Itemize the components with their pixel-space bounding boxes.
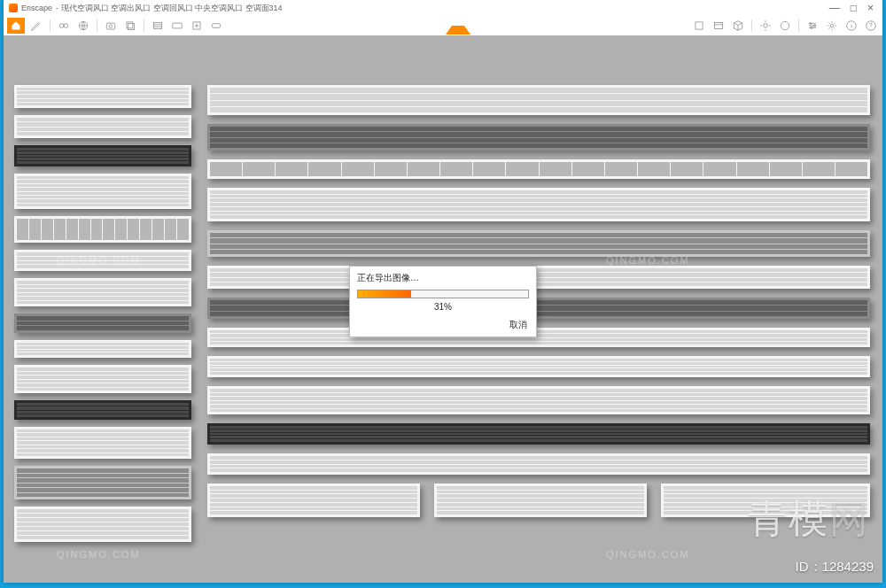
export-icon (190, 19, 203, 32)
vent-model (661, 484, 870, 517)
vent-model (14, 278, 191, 306)
help-icon (865, 19, 877, 32)
settings-button[interactable] (824, 18, 840, 34)
vent-model (14, 174, 191, 209)
dialog-title: 正在导出图像… (350, 267, 536, 288)
svg-rect-10 (212, 24, 220, 28)
vent-model (14, 466, 191, 499)
sliders-icon (806, 19, 819, 32)
vent-model (14, 115, 191, 138)
separator (50, 19, 51, 32)
viewport[interactable]: QINGMO.COM QINGMO.COM QINGMO.COM QINGMO.… (4, 35, 882, 583)
screenshot-button[interactable] (691, 18, 707, 34)
vent-model (207, 328, 870, 347)
watermark-id: ID：1284239 (796, 559, 874, 576)
vent-model (14, 400, 191, 420)
stack-icon (124, 19, 136, 32)
toolbar (4, 16, 882, 36)
orientation-marker-icon (446, 17, 470, 35)
vent-model (207, 85, 870, 115)
gear-icon (826, 19, 838, 32)
camera-icon (105, 19, 117, 32)
camera-button[interactable] (103, 18, 119, 34)
separator (751, 19, 752, 32)
screenshot-icon (693, 19, 705, 32)
vent-model (434, 484, 647, 517)
pencil-button[interactable] (28, 18, 44, 34)
vent-model (207, 423, 870, 445)
title-bar: Enscape - 现代空调风口 空调出风口 空调回风口 中央空调风口 空调面3… (4, 0, 882, 16)
vent-model (14, 250, 191, 271)
vent-model (207, 484, 420, 517)
svg-point-4 (109, 25, 113, 27)
vent-model (14, 507, 191, 542)
visual-settings-button[interactable] (804, 18, 820, 34)
separator (97, 19, 97, 32)
svg-rect-7 (153, 23, 161, 29)
globe-icon (77, 19, 89, 32)
svg-rect-12 (714, 23, 722, 29)
svg-point-18 (830, 24, 834, 27)
window-title: - 现代空调风口 空调出风口 空调回风口 中央空调风口 空调面314 (56, 3, 283, 14)
progress-bar (357, 290, 529, 298)
link-icon (58, 19, 70, 32)
views-icon (712, 19, 725, 32)
svg-rect-3 (106, 23, 114, 29)
sphere-icon (779, 19, 791, 32)
export-button[interactable] (189, 18, 205, 34)
vent-model (207, 386, 870, 414)
pencil-icon (30, 19, 43, 32)
views-button[interactable] (711, 18, 727, 34)
video-button[interactable] (150, 18, 166, 34)
separator (144, 19, 144, 32)
info-button[interactable] (843, 18, 859, 34)
close-button[interactable]: × (867, 2, 874, 14)
assets-button[interactable] (730, 18, 746, 34)
svg-point-13 (764, 24, 768, 28)
panorama-button[interactable] (169, 18, 185, 34)
app-name: Enscape (21, 4, 52, 12)
link-button[interactable] (56, 18, 72, 34)
cube-icon (732, 19, 744, 32)
vent-model (207, 124, 870, 151)
vent-model (14, 216, 191, 243)
home-icon (11, 20, 21, 31)
info-icon (845, 19, 858, 32)
vent-model (207, 188, 870, 221)
progress-percent: 31% (350, 300, 536, 315)
panorama-icon (171, 19, 183, 32)
svg-point-0 (59, 24, 64, 28)
vent-model (207, 298, 870, 319)
vent-model (14, 340, 191, 358)
maximize-button[interactable]: □ (851, 2, 857, 14)
vent-model (14, 365, 191, 393)
svg-rect-6 (128, 24, 135, 30)
vent-model (14, 145, 191, 166)
materials-button[interactable] (777, 18, 793, 34)
vr-icon (210, 19, 222, 32)
film-icon (152, 19, 164, 32)
vent-model (14, 427, 191, 459)
vent-model (207, 266, 870, 289)
app-logo-icon (9, 4, 18, 12)
home-button[interactable] (7, 18, 25, 34)
svg-rect-8 (173, 23, 183, 28)
svg-rect-11 (696, 22, 703, 29)
vent-model (207, 230, 870, 257)
svg-point-1 (64, 24, 68, 28)
cancel-button[interactable]: 取消 (350, 315, 536, 337)
watermark-url: QINGMO.COM (606, 549, 690, 560)
vr-button[interactable] (208, 18, 224, 34)
light-button[interactable] (758, 18, 773, 34)
progress-fill (358, 290, 411, 298)
help-button[interactable] (863, 18, 879, 34)
watermark-url: QINGMO.COM (57, 549, 141, 560)
sun-icon (759, 19, 772, 32)
vent-model (14, 85, 191, 108)
separator (798, 19, 799, 32)
minimize-button[interactable]: — (829, 2, 840, 14)
globe-button[interactable] (75, 18, 91, 34)
vent-model (207, 453, 870, 475)
batch-render-button[interactable] (122, 18, 138, 34)
svg-point-14 (781, 21, 789, 29)
